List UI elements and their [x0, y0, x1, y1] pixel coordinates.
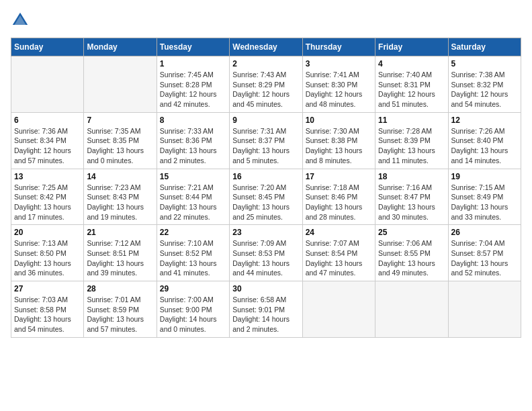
calendar-cell: 9Sunrise: 7:31 AMSunset: 8:37 PMDaylight…: [230, 112, 302, 169]
day-header-saturday: Saturday: [448, 38, 521, 56]
calendar-cell: 28Sunrise: 7:01 AMSunset: 8:59 PMDayligh…: [84, 281, 157, 338]
day-number: 4: [378, 59, 445, 68]
calendar-cell: 3Sunrise: 7:41 AMSunset: 8:30 PMDaylight…: [302, 56, 375, 113]
calendar-cell: 25Sunrise: 7:06 AMSunset: 8:55 PMDayligh…: [375, 225, 448, 281]
calendar-cell: 17Sunrise: 7:18 AMSunset: 8:46 PMDayligh…: [302, 169, 375, 225]
calendar-cell: 29Sunrise: 7:00 AMSunset: 9:00 PMDayligh…: [157, 281, 229, 338]
day-info: Sunrise: 6:58 AMSunset: 9:01 PMDaylight:…: [232, 295, 299, 334]
day-number: 25: [378, 228, 445, 237]
day-number: 30: [232, 284, 299, 293]
day-info: Sunrise: 7:30 AMSunset: 8:38 PMDaylight:…: [306, 126, 372, 166]
calendar-cell: 18Sunrise: 7:16 AMSunset: 8:47 PMDayligh…: [375, 169, 448, 225]
day-number: 1: [160, 59, 226, 68]
day-info: Sunrise: 7:31 AMSunset: 8:37 PMDaylight:…: [232, 126, 299, 166]
day-header-monday: Monday: [84, 38, 157, 56]
day-number: 28: [87, 284, 153, 293]
day-number: 17: [306, 172, 372, 181]
day-number: 10: [306, 116, 372, 125]
day-number: 18: [378, 172, 445, 181]
day-info: Sunrise: 7:21 AMSunset: 8:44 PMDaylight:…: [160, 183, 226, 222]
day-info: Sunrise: 7:25 AMSunset: 8:42 PMDaylight:…: [14, 183, 81, 222]
logo: [11, 11, 32, 30]
day-info: Sunrise: 7:20 AMSunset: 8:45 PMDaylight:…: [232, 183, 299, 222]
day-info: Sunrise: 7:12 AMSunset: 8:51 PMDaylight:…: [87, 238, 153, 278]
calendar-cell: 11Sunrise: 7:28 AMSunset: 8:39 PMDayligh…: [375, 112, 448, 169]
day-number: 6: [14, 116, 81, 125]
day-number: 23: [232, 228, 299, 237]
day-info: Sunrise: 7:16 AMSunset: 8:47 PMDaylight:…: [378, 183, 445, 222]
day-info: Sunrise: 7:33 AMSunset: 8:36 PMDaylight:…: [160, 126, 226, 166]
day-number: 12: [451, 116, 518, 125]
day-info: Sunrise: 7:15 AMSunset: 8:49 PMDaylight:…: [451, 183, 518, 222]
day-info: Sunrise: 7:36 AMSunset: 8:34 PMDaylight:…: [14, 126, 81, 166]
day-header-friday: Friday: [375, 38, 448, 56]
calendar-cell: 8Sunrise: 7:33 AMSunset: 8:36 PMDaylight…: [157, 112, 229, 169]
day-number: 16: [232, 172, 299, 181]
day-number: 7: [87, 116, 153, 125]
calendar-table: SundayMondayTuesdayWednesdayThursdayFrid…: [11, 38, 521, 338]
day-number: 5: [451, 59, 518, 68]
calendar-cell: [302, 281, 375, 338]
day-info: Sunrise: 7:06 AMSunset: 8:55 PMDaylight:…: [378, 238, 445, 278]
calendar-cell: 15Sunrise: 7:21 AMSunset: 8:44 PMDayligh…: [157, 169, 229, 225]
calendar-cell: [84, 56, 157, 113]
day-info: Sunrise: 7:07 AMSunset: 8:54 PMDaylight:…: [306, 238, 372, 278]
day-number: 20: [14, 228, 81, 237]
calendar-cell: [11, 56, 84, 113]
day-number: 14: [87, 172, 153, 181]
day-info: Sunrise: 7:04 AMSunset: 8:57 PMDaylight:…: [451, 238, 518, 278]
calendar-cell: 2Sunrise: 7:43 AMSunset: 8:29 PMDaylight…: [230, 56, 302, 113]
calendar-cell: 10Sunrise: 7:30 AMSunset: 8:38 PMDayligh…: [302, 112, 375, 169]
calendar-cell: 4Sunrise: 7:40 AMSunset: 8:31 PMDaylight…: [375, 56, 448, 113]
calendar-cell: 5Sunrise: 7:38 AMSunset: 8:32 PMDaylight…: [448, 56, 521, 113]
day-number: 22: [160, 228, 226, 237]
calendar-cell: 7Sunrise: 7:35 AMSunset: 8:35 PMDaylight…: [84, 112, 157, 169]
day-header-wednesday: Wednesday: [230, 38, 302, 56]
calendar-cell: 6Sunrise: 7:36 AMSunset: 8:34 PMDaylight…: [11, 112, 84, 169]
day-number: 24: [306, 228, 372, 237]
day-info: Sunrise: 7:10 AMSunset: 8:52 PMDaylight:…: [160, 238, 226, 278]
day-info: Sunrise: 7:09 AMSunset: 8:53 PMDaylight:…: [232, 238, 299, 278]
day-info: Sunrise: 7:43 AMSunset: 8:29 PMDaylight:…: [232, 70, 299, 109]
day-info: Sunrise: 7:23 AMSunset: 8:43 PMDaylight:…: [87, 183, 153, 222]
day-number: 27: [14, 284, 81, 293]
calendar-cell: 13Sunrise: 7:25 AMSunset: 8:42 PMDayligh…: [11, 169, 84, 225]
calendar-week-row: 1Sunrise: 7:45 AMSunset: 8:28 PMDaylight…: [11, 56, 521, 113]
day-number: 8: [160, 116, 226, 125]
day-number: 15: [160, 172, 226, 181]
calendar-cell: 1Sunrise: 7:45 AMSunset: 8:28 PMDaylight…: [157, 56, 229, 113]
day-number: 29: [160, 284, 226, 293]
day-number: 2: [232, 59, 299, 68]
calendar-cell: 24Sunrise: 7:07 AMSunset: 8:54 PMDayligh…: [302, 225, 375, 281]
calendar-week-row: 13Sunrise: 7:25 AMSunset: 8:42 PMDayligh…: [11, 169, 521, 225]
day-info: Sunrise: 7:38 AMSunset: 8:32 PMDaylight:…: [451, 70, 518, 109]
day-info: Sunrise: 7:41 AMSunset: 8:30 PMDaylight:…: [306, 70, 372, 109]
day-info: Sunrise: 7:01 AMSunset: 8:59 PMDaylight:…: [87, 295, 153, 334]
calendar-cell: 19Sunrise: 7:15 AMSunset: 8:49 PMDayligh…: [448, 169, 521, 225]
calendar-cell: 27Sunrise: 7:03 AMSunset: 8:58 PMDayligh…: [11, 281, 84, 338]
calendar-cell: 23Sunrise: 7:09 AMSunset: 8:53 PMDayligh…: [230, 225, 302, 281]
logo-icon: [11, 11, 30, 30]
day-info: Sunrise: 7:26 AMSunset: 8:40 PMDaylight:…: [451, 126, 518, 166]
day-number: 21: [87, 228, 153, 237]
day-number: 3: [306, 59, 372, 68]
calendar-cell: [375, 281, 448, 338]
day-info: Sunrise: 7:03 AMSunset: 8:58 PMDaylight:…: [14, 295, 81, 334]
day-number: 19: [451, 172, 518, 181]
calendar-cell: 21Sunrise: 7:12 AMSunset: 8:51 PMDayligh…: [84, 225, 157, 281]
day-info: Sunrise: 7:13 AMSunset: 8:50 PMDaylight:…: [14, 238, 81, 278]
day-info: Sunrise: 7:28 AMSunset: 8:39 PMDaylight:…: [378, 126, 445, 166]
day-header-tuesday: Tuesday: [157, 38, 229, 56]
day-header-thursday: Thursday: [302, 38, 375, 56]
calendar-cell: 16Sunrise: 7:20 AMSunset: 8:45 PMDayligh…: [230, 169, 302, 225]
calendar-cell: 14Sunrise: 7:23 AMSunset: 8:43 PMDayligh…: [84, 169, 157, 225]
day-header-sunday: Sunday: [11, 38, 84, 56]
day-info: Sunrise: 7:35 AMSunset: 8:35 PMDaylight:…: [87, 126, 153, 166]
day-number: 13: [14, 172, 81, 181]
calendar-cell: 22Sunrise: 7:10 AMSunset: 8:52 PMDayligh…: [157, 225, 229, 281]
day-number: 26: [451, 228, 518, 237]
calendar-week-row: 6Sunrise: 7:36 AMSunset: 8:34 PMDaylight…: [11, 112, 521, 169]
calendar-header-row: SundayMondayTuesdayWednesdayThursdayFrid…: [11, 38, 521, 56]
calendar-cell: 20Sunrise: 7:13 AMSunset: 8:50 PMDayligh…: [11, 225, 84, 281]
day-number: 9: [232, 116, 299, 125]
